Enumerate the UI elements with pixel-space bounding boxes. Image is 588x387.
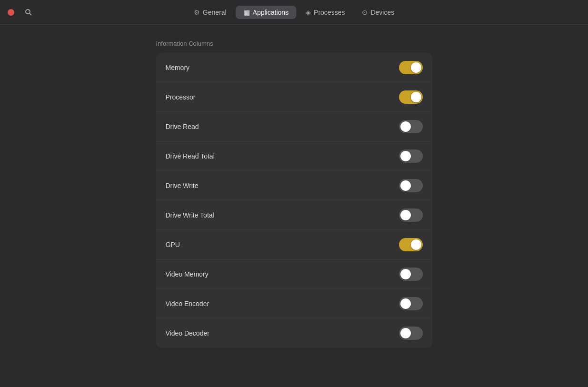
settings-row-drive-write-total: Drive Write Total (156, 200, 432, 230)
settings-row-gpu: GPU (156, 230, 432, 259)
section-title: Information Columns (156, 40, 432, 47)
label-gpu: GPU (166, 241, 180, 248)
toggle-drive-read[interactable] (399, 120, 423, 133)
label-drive-read: Drive Read (166, 123, 199, 130)
svg-point-0 (26, 10, 30, 14)
main-content: Information Columns MemoryProcessorDrive… (0, 25, 588, 363)
label-processor: Processor (166, 93, 196, 101)
settings-list: MemoryProcessorDrive ReadDrive Read Tota… (156, 53, 432, 348)
applications-tab-icon: ▦ (244, 9, 250, 16)
processes-tab-icon: ◈ (306, 9, 311, 16)
tab-general[interactable]: ⚙General (186, 6, 234, 19)
tab-processes[interactable]: ◈Processes (298, 6, 352, 19)
toggle-memory[interactable] (399, 61, 423, 74)
settings-row-processor: Processor (156, 82, 432, 112)
label-video-decoder: Video Decoder (166, 329, 209, 337)
label-video-memory: Video Memory (166, 270, 209, 278)
settings-row-video-encoder: Video Encoder (156, 289, 432, 318)
svg-line-1 (30, 13, 31, 15)
toggle-processor[interactable] (399, 90, 423, 104)
toggle-video-decoder[interactable] (399, 327, 423, 340)
devices-tab-label: Devices (370, 9, 394, 16)
close-button[interactable] (8, 9, 14, 16)
toggle-drive-write-total[interactable] (399, 208, 423, 222)
tab-applications[interactable]: ▦Applications (236, 6, 297, 19)
settings-row-drive-read-total: Drive Read Total (156, 141, 432, 171)
label-drive-read-total: Drive Read Total (166, 152, 215, 160)
toggle-drive-read-total[interactable] (399, 149, 423, 163)
settings-row-video-memory: Video Memory (156, 259, 432, 289)
settings-row-memory: Memory (156, 53, 432, 82)
toggle-video-encoder[interactable] (399, 297, 423, 310)
nav-tabs: ⚙General▦Applications◈Processes⊙Devices (186, 6, 402, 19)
titlebar: ⚙General▦Applications◈Processes⊙Devices (0, 0, 588, 25)
settings-row-drive-write: Drive Write (156, 171, 432, 200)
settings-row-video-decoder: Video Decoder (156, 318, 432, 348)
toggle-gpu[interactable] (399, 238, 423, 251)
label-memory: Memory (166, 64, 190, 71)
processes-tab-label: Processes (314, 9, 345, 16)
general-tab-label: General (203, 9, 227, 16)
label-drive-write: Drive Write (166, 182, 199, 189)
devices-tab-icon: ⊙ (362, 9, 368, 16)
label-video-encoder: Video Encoder (166, 300, 209, 308)
applications-tab-label: Applications (253, 9, 289, 16)
toggle-drive-write[interactable] (399, 179, 423, 192)
tab-devices[interactable]: ⊙Devices (354, 6, 402, 19)
settings-row-drive-read: Drive Read (156, 112, 432, 141)
general-tab-icon: ⚙ (194, 9, 200, 16)
toggle-video-memory[interactable] (399, 268, 423, 281)
search-button[interactable] (22, 6, 35, 19)
label-drive-write-total: Drive Write Total (166, 211, 214, 219)
